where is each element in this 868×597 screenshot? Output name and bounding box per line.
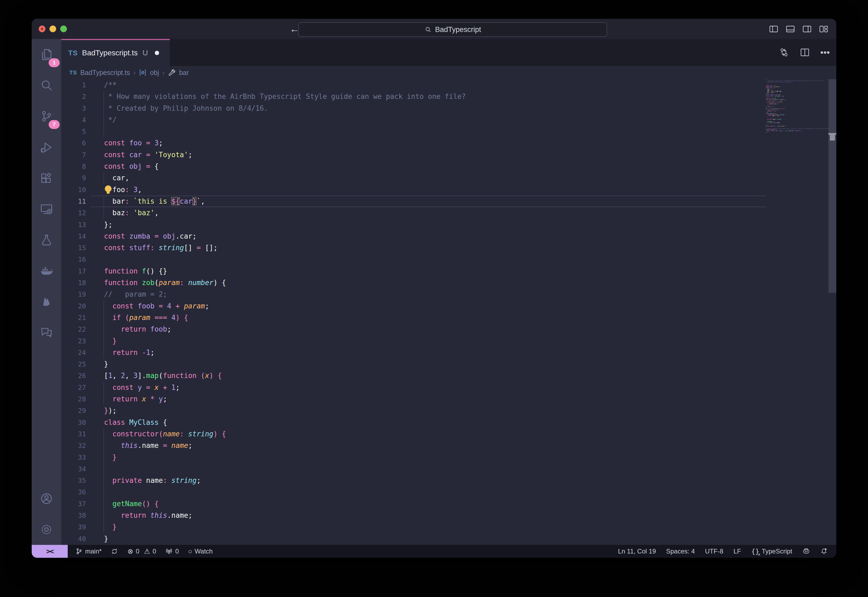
activity-bar-item-settings[interactable] — [32, 514, 61, 545]
line-number[interactable]: 18 — [61, 277, 86, 288]
code-line[interactable]: 34 — [61, 463, 766, 475]
activity-bar-item-comments[interactable] — [32, 317, 61, 348]
line-number[interactable]: 9 — [61, 172, 86, 184]
code-line[interactable]: 24 return -1; — [61, 347, 766, 358]
code-line[interactable]: 32 this.name = name; — [61, 440, 766, 451]
line-number[interactable]: 11 — [61, 196, 86, 207]
code-line[interactable]: 3 * Created by Philip Johnson on 8/4/16. — [61, 102, 766, 114]
line-number[interactable]: 14 — [61, 230, 86, 242]
line-number[interactable]: 10 — [61, 184, 86, 196]
activity-bar-item-docker[interactable] — [32, 255, 61, 286]
code-line[interactable]: 18function zob(param: number) { — [61, 277, 766, 288]
code-line[interactable]: 23 } — [61, 335, 766, 347]
line-number[interactable]: 30 — [61, 417, 86, 428]
line-number[interactable]: 23 — [61, 335, 86, 347]
command-center-search[interactable]: BadTypescript — [298, 22, 607, 37]
line-number[interactable]: 7 — [61, 149, 86, 161]
line-number[interactable]: 16 — [61, 254, 86, 265]
code-line[interactable]: 21 if (param === 4) { — [61, 312, 766, 324]
activity-bar-item-explorer[interactable]: 1 — [32, 39, 61, 70]
minimap[interactable]: /** * How many violations of the AirBnb … — [766, 79, 828, 545]
line-number[interactable]: 37 — [61, 498, 86, 510]
line-number[interactable]: 25 — [61, 358, 86, 370]
status-cursor-position[interactable]: Ln 11, Col 19 — [618, 548, 656, 555]
code-line[interactable]: 36 — [61, 486, 766, 498]
line-number[interactable]: 29 — [61, 405, 86, 416]
activity-bar-item-search[interactable] — [32, 70, 61, 101]
customize-layout-icon[interactable] — [819, 24, 829, 34]
line-number[interactable]: 32 — [61, 440, 86, 451]
code-line[interactable]: 20 const foob = 4 + param; — [61, 300, 766, 312]
status-ports[interactable]: 0 — [165, 548, 179, 555]
code-line[interactable]: 15const stuff: string[] = []; — [61, 242, 766, 254]
activity-bar-item-extensions[interactable] — [32, 163, 61, 193]
code-line[interactable]: 14const zumba = obj.car; — [61, 230, 766, 242]
line-number[interactable]: 34 — [61, 463, 86, 475]
scrollbar-thumb[interactable] — [828, 79, 836, 293]
code-line[interactable]: 17function f() {} — [61, 266, 766, 277]
line-number[interactable]: 38 — [61, 510, 86, 521]
line-number[interactable]: 28 — [61, 394, 86, 405]
activity-bar-item-accounts[interactable] — [32, 483, 61, 514]
line-number[interactable]: 2 — [61, 91, 86, 102]
code-line[interactable]: 8const obj = { — [61, 161, 766, 172]
line-number[interactable]: 27 — [61, 382, 86, 394]
code-line[interactable]: 16 — [61, 254, 766, 265]
remote-indicator[interactable]: >< — [32, 545, 68, 558]
line-number[interactable]: 24 — [61, 347, 86, 358]
code-line[interactable]: 38 return this.name; — [61, 510, 766, 521]
code-line[interactable]: 4 */ — [61, 114, 766, 126]
line-number[interactable]: 21 — [61, 312, 86, 324]
code-line[interactable]: 9 car, — [61, 172, 766, 184]
status-notifications[interactable] — [820, 548, 828, 555]
code-line[interactable]: 2 * How many violations of the AirBnb Ty… — [61, 91, 766, 102]
line-number[interactable]: 22 — [61, 324, 86, 335]
status-indentation[interactable]: Spaces: 4 — [666, 548, 695, 555]
code-line[interactable]: 27 const y = x + 1; — [61, 382, 766, 394]
line-number[interactable]: 40 — [61, 533, 86, 545]
split-editor-icon[interactable] — [799, 47, 810, 58]
activity-bar-item-remote-explorer[interactable] — [32, 193, 61, 224]
code-line[interactable]: 26[1, 2, 3].map(function (x) { — [61, 370, 766, 382]
line-number[interactable]: 20 — [61, 300, 86, 312]
line-number[interactable]: 35 — [61, 475, 86, 486]
code-line[interactable]: 25} — [61, 358, 766, 370]
code-line[interactable]: 28 return x * y; — [61, 394, 766, 405]
breadcrumb-symbol-obj[interactable]: obj — [150, 69, 159, 77]
modified-dot-icon[interactable] — [155, 51, 159, 55]
line-number[interactable]: 4 — [61, 114, 86, 126]
open-changes-icon[interactable] — [778, 47, 789, 58]
status-git-branch[interactable]: main* — [75, 548, 102, 555]
code-line[interactable]: 40} — [61, 533, 766, 545]
status-language-status[interactable]: {}×TypeScript — [751, 548, 792, 555]
line-number[interactable]: 3 — [61, 102, 86, 114]
code-line[interactable]: 13}; — [61, 219, 766, 230]
code-line[interactable]: 1/** — [61, 79, 766, 91]
line-number[interactable]: 6 — [61, 137, 86, 149]
line-number[interactable]: 31 — [61, 428, 86, 440]
code-line[interactable]: 37 getName() { — [61, 498, 766, 510]
status-encoding[interactable]: UTF-8 — [705, 548, 723, 555]
line-number[interactable]: 12 — [61, 207, 86, 219]
activity-bar-item-firebase[interactable] — [32, 286, 61, 317]
line-number[interactable]: 39 — [61, 521, 86, 533]
code-line[interactable]: 19// param = 2; — [61, 288, 766, 300]
code-line[interactable]: 5 — [61, 126, 766, 137]
line-number[interactable]: 33 — [61, 451, 86, 463]
code-line[interactable]: 39 } — [61, 521, 766, 533]
status-copilot[interactable] — [803, 548, 810, 555]
status-problems[interactable]: ⊗0⚠0 — [127, 548, 156, 555]
code-line[interactable]: 22 return foob; — [61, 324, 766, 335]
toggle-panel-icon[interactable] — [785, 24, 795, 34]
breadcrumb-symbol-bar[interactable]: bar — [179, 69, 189, 77]
toggle-secondary-sidebar-icon[interactable] — [802, 24, 812, 34]
line-number[interactable]: 8 — [61, 161, 86, 172]
code-line[interactable]: 29}); — [61, 405, 766, 416]
activity-bar-item-source-control[interactable]: 7 — [32, 101, 61, 132]
minimize-button[interactable] — [49, 25, 56, 32]
code-line[interactable]: 31 constructor(name: string) { — [61, 428, 766, 440]
status-sync[interactable] — [111, 548, 118, 555]
zoom-button[interactable] — [60, 25, 67, 32]
code-line[interactable]: 7const car = 'Toyota'; — [61, 149, 766, 161]
line-number[interactable]: 36 — [61, 486, 86, 498]
